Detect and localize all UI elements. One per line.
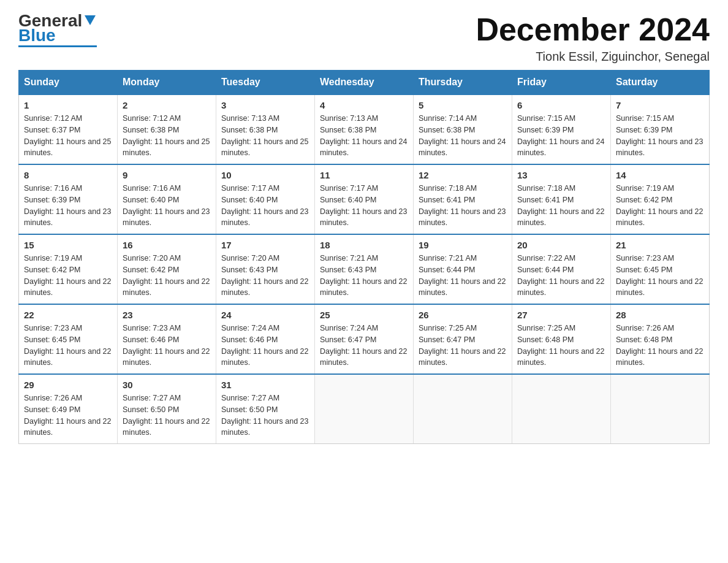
day-number: 4: [320, 100, 408, 110]
calendar-week-row: 29Sunrise: 7:26 AMSunset: 6:49 PMDayligh…: [19, 374, 710, 444]
day-number: 15: [24, 240, 112, 250]
column-header-friday: Friday: [512, 71, 611, 95]
day-info: Sunrise: 7:21 AMSunset: 6:44 PMDaylight:…: [419, 253, 507, 299]
calendar-day-cell: 8Sunrise: 7:16 AMSunset: 6:39 PMDaylight…: [19, 164, 118, 234]
day-info: Sunrise: 7:14 AMSunset: 6:38 PMDaylight:…: [419, 113, 507, 159]
day-info: Sunrise: 7:13 AMSunset: 6:38 PMDaylight:…: [320, 113, 408, 159]
day-number: 7: [616, 100, 704, 110]
day-number: 14: [616, 170, 704, 180]
calendar-week-row: 1Sunrise: 7:12 AMSunset: 6:37 PMDaylight…: [19, 94, 710, 164]
calendar-day-cell: 10Sunrise: 7:17 AMSunset: 6:40 PMDayligh…: [216, 164, 315, 234]
calendar-day-cell: 23Sunrise: 7:23 AMSunset: 6:46 PMDayligh…: [118, 304, 216, 374]
column-header-monday: Monday: [118, 71, 216, 95]
day-info: Sunrise: 7:27 AMSunset: 6:50 PMDaylight:…: [221, 393, 309, 439]
day-info: Sunrise: 7:16 AMSunset: 6:40 PMDaylight:…: [123, 183, 211, 229]
calendar-day-cell: [611, 374, 710, 444]
calendar-day-cell: 7Sunrise: 7:15 AMSunset: 6:39 PMDaylight…: [611, 94, 710, 164]
calendar-day-cell: 2Sunrise: 7:12 AMSunset: 6:38 PMDaylight…: [118, 94, 216, 164]
day-info: Sunrise: 7:12 AMSunset: 6:38 PMDaylight:…: [123, 113, 211, 159]
day-number: 31: [221, 380, 309, 390]
day-info: Sunrise: 7:19 AMSunset: 6:42 PMDaylight:…: [24, 253, 112, 299]
calendar-day-cell: 21Sunrise: 7:23 AMSunset: 6:45 PMDayligh…: [611, 234, 710, 304]
calendar-day-cell: [512, 374, 611, 444]
month-title: December 2024: [476, 12, 710, 47]
day-info: Sunrise: 7:15 AMSunset: 6:39 PMDaylight:…: [616, 113, 704, 159]
calendar-day-cell: 3Sunrise: 7:13 AMSunset: 6:38 PMDaylight…: [216, 94, 315, 164]
day-info: Sunrise: 7:25 AMSunset: 6:47 PMDaylight:…: [419, 323, 507, 369]
page-header: General Blue December 2024 Tionk Essil, …: [18, 12, 710, 64]
day-info: Sunrise: 7:23 AMSunset: 6:45 PMDaylight:…: [616, 253, 704, 299]
day-info: Sunrise: 7:25 AMSunset: 6:48 PMDaylight:…: [517, 323, 605, 369]
day-number: 18: [320, 240, 408, 250]
calendar-day-cell: 16Sunrise: 7:20 AMSunset: 6:42 PMDayligh…: [118, 234, 216, 304]
logo-underline: [18, 45, 97, 47]
calendar-day-cell: 14Sunrise: 7:19 AMSunset: 6:42 PMDayligh…: [611, 164, 710, 234]
calendar-day-cell: 15Sunrise: 7:19 AMSunset: 6:42 PMDayligh…: [19, 234, 118, 304]
column-header-tuesday: Tuesday: [216, 71, 315, 95]
calendar-day-cell: 22Sunrise: 7:23 AMSunset: 6:45 PMDayligh…: [19, 304, 118, 374]
calendar-day-cell: 6Sunrise: 7:15 AMSunset: 6:39 PMDaylight…: [512, 94, 611, 164]
day-number: 30: [123, 380, 211, 390]
calendar-day-cell: 9Sunrise: 7:16 AMSunset: 6:40 PMDaylight…: [118, 164, 216, 234]
calendar-day-cell: 19Sunrise: 7:21 AMSunset: 6:44 PMDayligh…: [414, 234, 512, 304]
day-number: 22: [24, 310, 112, 320]
day-info: Sunrise: 7:15 AMSunset: 6:39 PMDaylight:…: [517, 113, 605, 159]
calendar-day-cell: 1Sunrise: 7:12 AMSunset: 6:37 PMDaylight…: [19, 94, 118, 164]
calendar-day-cell: 25Sunrise: 7:24 AMSunset: 6:47 PMDayligh…: [315, 304, 414, 374]
day-info: Sunrise: 7:22 AMSunset: 6:44 PMDaylight:…: [517, 253, 605, 299]
logo: General Blue: [18, 12, 97, 47]
calendar-day-cell: 12Sunrise: 7:18 AMSunset: 6:41 PMDayligh…: [414, 164, 512, 234]
day-info: Sunrise: 7:23 AMSunset: 6:45 PMDaylight:…: [24, 323, 112, 369]
day-info: Sunrise: 7:19 AMSunset: 6:42 PMDaylight:…: [616, 183, 704, 229]
title-block: December 2024 Tionk Essil, Ziguinchor, S…: [476, 12, 710, 64]
calendar-week-row: 15Sunrise: 7:19 AMSunset: 6:42 PMDayligh…: [19, 234, 710, 304]
calendar-day-cell: 18Sunrise: 7:21 AMSunset: 6:43 PMDayligh…: [315, 234, 414, 304]
column-header-sunday: Sunday: [19, 71, 118, 95]
day-number: 3: [221, 100, 309, 110]
day-number: 11: [320, 170, 408, 180]
calendar-day-cell: 11Sunrise: 7:17 AMSunset: 6:40 PMDayligh…: [315, 164, 414, 234]
calendar-day-cell: [414, 374, 512, 444]
day-number: 9: [123, 170, 211, 180]
column-header-wednesday: Wednesday: [315, 71, 414, 95]
calendar-day-cell: 30Sunrise: 7:27 AMSunset: 6:50 PMDayligh…: [118, 374, 216, 444]
day-number: 29: [24, 380, 112, 390]
day-number: 28: [616, 310, 704, 320]
day-info: Sunrise: 7:27 AMSunset: 6:50 PMDaylight:…: [123, 393, 211, 439]
day-number: 20: [517, 240, 605, 250]
logo-arrow-icon: [83, 13, 97, 26]
logo-blue: Blue: [18, 27, 56, 44]
day-number: 25: [320, 310, 408, 320]
calendar-day-cell: 28Sunrise: 7:26 AMSunset: 6:48 PMDayligh…: [611, 304, 710, 374]
day-info: Sunrise: 7:23 AMSunset: 6:46 PMDaylight:…: [123, 323, 211, 369]
calendar-day-cell: 24Sunrise: 7:24 AMSunset: 6:46 PMDayligh…: [216, 304, 315, 374]
day-number: 12: [419, 170, 507, 180]
day-number: 24: [221, 310, 309, 320]
calendar-week-row: 22Sunrise: 7:23 AMSunset: 6:45 PMDayligh…: [19, 304, 710, 374]
location-subtitle: Tionk Essil, Ziguinchor, Senegal: [476, 50, 710, 64]
calendar-day-cell: 5Sunrise: 7:14 AMSunset: 6:38 PMDaylight…: [414, 94, 512, 164]
day-info: Sunrise: 7:16 AMSunset: 6:39 PMDaylight:…: [24, 183, 112, 229]
calendar-day-cell: 26Sunrise: 7:25 AMSunset: 6:47 PMDayligh…: [414, 304, 512, 374]
day-info: Sunrise: 7:24 AMSunset: 6:46 PMDaylight:…: [221, 323, 309, 369]
day-number: 1: [24, 100, 112, 110]
day-info: Sunrise: 7:21 AMSunset: 6:43 PMDaylight:…: [320, 253, 408, 299]
day-number: 27: [517, 310, 605, 320]
calendar-day-cell: 31Sunrise: 7:27 AMSunset: 6:50 PMDayligh…: [216, 374, 315, 444]
day-info: Sunrise: 7:24 AMSunset: 6:47 PMDaylight:…: [320, 323, 408, 369]
day-number: 5: [419, 100, 507, 110]
day-number: 13: [517, 170, 605, 180]
calendar-table: SundayMondayTuesdayWednesdayThursdayFrid…: [18, 70, 710, 444]
column-header-thursday: Thursday: [414, 71, 512, 95]
calendar-day-cell: 13Sunrise: 7:18 AMSunset: 6:41 PMDayligh…: [512, 164, 611, 234]
svg-marker-0: [85, 15, 96, 25]
day-number: 10: [221, 170, 309, 180]
day-info: Sunrise: 7:17 AMSunset: 6:40 PMDaylight:…: [221, 183, 309, 229]
day-info: Sunrise: 7:18 AMSunset: 6:41 PMDaylight:…: [419, 183, 507, 229]
day-info: Sunrise: 7:13 AMSunset: 6:38 PMDaylight:…: [221, 113, 309, 159]
day-info: Sunrise: 7:12 AMSunset: 6:37 PMDaylight:…: [24, 113, 112, 159]
day-number: 8: [24, 170, 112, 180]
day-number: 6: [517, 100, 605, 110]
calendar-week-row: 8Sunrise: 7:16 AMSunset: 6:39 PMDaylight…: [19, 164, 710, 234]
calendar-header-row: SundayMondayTuesdayWednesdayThursdayFrid…: [19, 71, 710, 95]
